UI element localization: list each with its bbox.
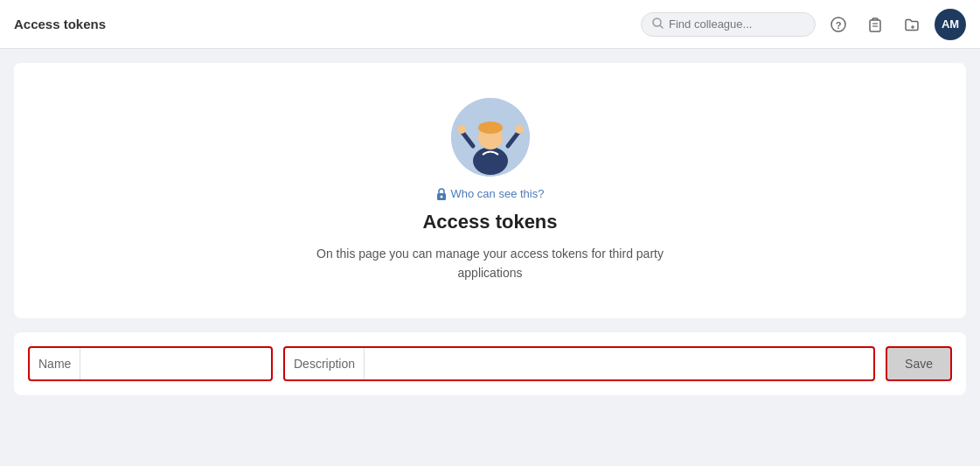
card-description: On this page you can manage your access … <box>316 244 665 283</box>
name-input[interactable] <box>80 348 271 379</box>
search-icon <box>652 17 664 31</box>
svg-point-18 <box>440 195 442 198</box>
svg-point-15 <box>457 125 466 134</box>
folder-button[interactable] <box>898 10 926 38</box>
svg-point-16 <box>515 125 524 134</box>
form-row: Name Description Save <box>14 332 966 395</box>
who-can-see-link[interactable]: Who can see this? <box>436 187 545 200</box>
main-content: Who can see this? Access tokens On this … <box>0 49 980 409</box>
page-title: Access tokens <box>14 17 106 31</box>
header: Access tokens ? <box>0 0 980 49</box>
svg-text:?: ? <box>836 19 842 30</box>
avatar[interactable]: AM <box>935 9 966 40</box>
description-label: Description <box>285 348 365 379</box>
who-can-see-text: Who can see this? <box>451 187 545 200</box>
clipboard-button[interactable] <box>861 10 889 38</box>
help-button[interactable]: ? <box>824 10 852 38</box>
card-title: Access tokens <box>422 211 557 233</box>
svg-point-12 <box>478 122 503 134</box>
description-input[interactable] <box>365 348 873 379</box>
info-card: Who can see this? Access tokens On this … <box>14 63 966 318</box>
description-field-wrapper: Description <box>283 346 875 381</box>
search-bar[interactable] <box>641 12 816 37</box>
profile-illustration <box>451 98 530 177</box>
svg-line-1 <box>660 25 663 28</box>
lock-icon <box>436 188 447 200</box>
search-input[interactable] <box>669 17 804 31</box>
name-label: Name <box>30 348 80 379</box>
name-field-wrapper: Name <box>28 346 273 381</box>
header-actions: ? AM <box>641 9 966 40</box>
save-button[interactable]: Save <box>886 346 952 381</box>
